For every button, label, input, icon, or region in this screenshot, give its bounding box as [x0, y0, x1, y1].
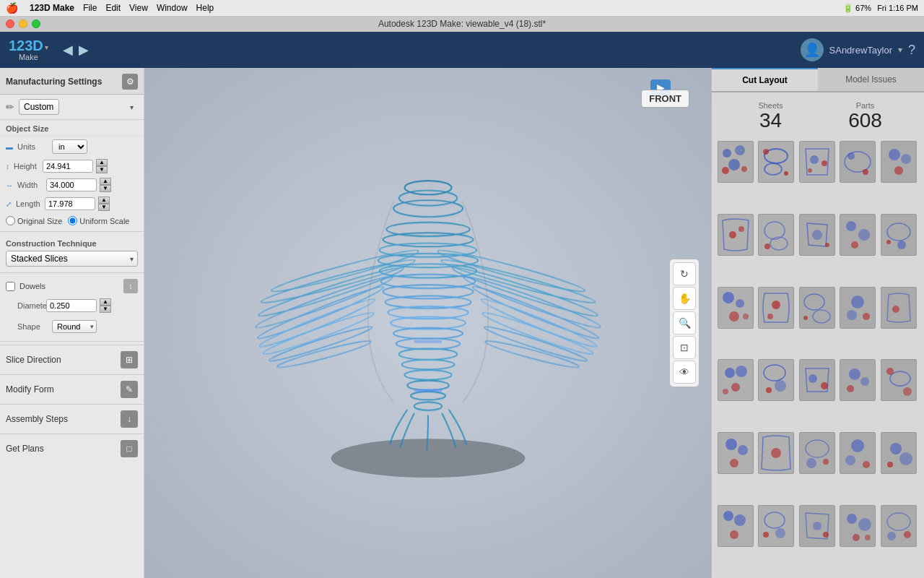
uniform-scale-radio[interactable] — [68, 216, 77, 225]
sheet-thumb-6[interactable] — [718, 214, 754, 256]
menu-window[interactable]: Window — [157, 3, 188, 13]
viewport[interactable]: ▶ FRONT — [144, 68, 711, 578]
height-input[interactable] — [43, 160, 93, 173]
sheet-thumb-7[interactable] — [758, 214, 794, 256]
sheet-thumb-3[interactable] — [799, 141, 835, 183]
height-decrement[interactable]: ▼ — [96, 166, 108, 173]
sheet-thumb-4[interactable] — [840, 141, 876, 183]
sheet-thumb-18[interactable] — [799, 359, 835, 401]
model-issues-tab[interactable]: Model Issues — [818, 68, 924, 91]
construction-dropdown[interactable]: Stacked Slices Interlocked Slices Curve … — [6, 251, 138, 267]
get-plans-row[interactable]: Get Plans □ — [0, 434, 144, 463]
cut-layout-tab[interactable]: Cut Layout — [712, 68, 818, 91]
menu-view[interactable]: View — [129, 3, 148, 13]
help-button[interactable]: ? — [908, 43, 915, 58]
pan-view-button[interactable]: ✋ — [673, 287, 696, 310]
modify-form-button[interactable]: ✎ — [121, 381, 138, 398]
length-increment[interactable]: ▲ — [98, 197, 110, 204]
menu-file[interactable]: File — [83, 3, 97, 13]
diameter-decrement[interactable]: ▼ — [100, 306, 111, 313]
custom-dropdown[interactable]: Custom — [19, 99, 59, 115]
apple-logo[interactable]: 🍎 — [6, 2, 18, 14]
3d-model — [248, 132, 609, 479]
sheet-thumb-23[interactable] — [799, 432, 835, 474]
visibility-button[interactable]: 👁 — [673, 361, 696, 384]
sheet-thumb-22[interactable] — [758, 432, 794, 474]
svg-point-152 — [853, 534, 860, 541]
svg-point-110 — [808, 374, 817, 383]
width-increment[interactable]: ▲ — [100, 178, 111, 185]
sheet-thumb-19[interactable] — [840, 359, 876, 401]
sheet-thumb-5[interactable] — [881, 141, 917, 183]
sheet-thumb-15[interactable] — [881, 287, 917, 329]
original-size-radio[interactable] — [6, 216, 15, 225]
forward-button[interactable]: ▶ — [79, 42, 89, 58]
sheet-thumb-10[interactable] — [881, 214, 917, 256]
diameter-stepper: ▲ ▼ — [100, 298, 111, 313]
sheet-thumb-13[interactable] — [799, 287, 835, 329]
sheet-thumb-20[interactable] — [881, 359, 917, 401]
shape-dropdown[interactable]: Round Square — [52, 320, 97, 333]
get-plans-button[interactable]: □ — [121, 440, 138, 457]
menu-app-name[interactable]: 123D Make — [30, 3, 74, 13]
svg-point-65 — [729, 231, 736, 238]
slice-direction-row[interactable]: Slice Direction ⊞ — [0, 345, 144, 374]
sheet-thumb-11[interactable] — [718, 287, 754, 329]
menu-help[interactable]: Help — [196, 3, 214, 13]
original-size-label[interactable]: Original Size — [6, 216, 62, 225]
minimize-button[interactable] — [19, 20, 27, 28]
zoom-view-button[interactable]: 🔍 — [673, 311, 696, 335]
sheet-thumb-2[interactable] — [758, 141, 794, 183]
model-body — [253, 181, 602, 451]
fit-view-button[interactable]: ⊡ — [673, 336, 696, 359]
sheet-thumb-14[interactable] — [840, 287, 876, 329]
svg-point-58 — [847, 152, 855, 160]
settings-gear-button[interactable]: ⚙ — [122, 74, 138, 90]
sheet-thumb-9[interactable] — [840, 214, 876, 256]
slice-direction-button[interactable]: ⊞ — [121, 351, 138, 368]
svg-point-102 — [736, 366, 747, 377]
logo-dropdown[interactable]: ▾ — [45, 43, 48, 51]
sheet-thumb-21[interactable] — [718, 432, 754, 474]
length-input[interactable] — [45, 197, 95, 210]
svg-rect-100 — [718, 360, 753, 400]
svg-point-17 — [484, 337, 580, 371]
svg-point-75 — [846, 221, 856, 231]
modify-form-row[interactable]: Modify Form ✎ — [0, 374, 144, 404]
svg-point-93 — [803, 316, 808, 320]
length-icon: ⤢ — [6, 200, 12, 208]
diameter-input[interactable] — [46, 299, 97, 312]
svg-point-51 — [763, 149, 769, 155]
dowels-action-button[interactable]: ↕ — [123, 279, 138, 293]
width-input[interactable] — [46, 178, 97, 191]
diameter-increment[interactable]: ▲ — [100, 298, 111, 306]
sheet-thumb-17[interactable] — [758, 359, 794, 401]
sheet-thumb-16[interactable] — [718, 359, 754, 401]
close-button[interactable] — [6, 20, 14, 28]
units-select[interactable]: incmmm — [52, 139, 87, 154]
sheet-thumb-1[interactable] — [718, 141, 754, 183]
sheet-thumb-26[interactable] — [718, 505, 754, 547]
assembly-steps-button[interactable]: ↓ — [121, 410, 138, 428]
sheet-thumb-30[interactable] — [881, 505, 917, 547]
dowels-checkbox[interactable] — [6, 282, 15, 291]
user-dropdown[interactable]: ▾ — [898, 45, 902, 55]
sheet-thumb-27[interactable] — [758, 505, 794, 547]
rotate-view-button[interactable]: ↻ — [673, 262, 696, 285]
sheet-thumb-12[interactable] — [758, 287, 794, 329]
sheet-thumb-28[interactable] — [799, 505, 835, 547]
sheet-thumb-29[interactable] — [840, 505, 876, 547]
maximize-button[interactable] — [32, 20, 40, 28]
menu-edit[interactable]: Edit — [105, 3, 121, 13]
sheet-thumb-24[interactable] — [840, 432, 876, 474]
back-button[interactable]: ◀ — [63, 42, 73, 58]
assembly-steps-row[interactable]: Assembly Steps ↓ — [0, 404, 144, 434]
sheet-thumb-8[interactable] — [799, 214, 835, 256]
height-increment[interactable]: ▲ — [96, 159, 108, 166]
sheet-thumb-25[interactable] — [881, 432, 917, 474]
svg-rect-112 — [840, 360, 875, 400]
length-decrement[interactable]: ▼ — [98, 204, 110, 211]
svg-point-145 — [763, 532, 769, 538]
uniform-scale-label[interactable]: Uniform Scale — [68, 216, 129, 225]
width-decrement[interactable]: ▼ — [100, 185, 111, 192]
